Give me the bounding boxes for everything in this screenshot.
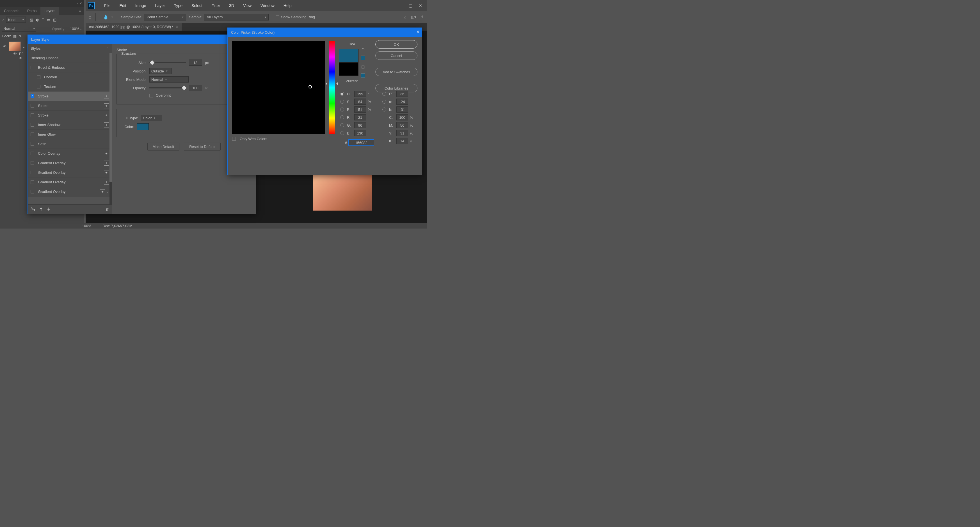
dialog-title-bar[interactable]: Layer Style <box>28 35 256 44</box>
opacity-slider[interactable] <box>150 87 186 88</box>
share-icon[interactable]: ⇪ <box>421 15 424 19</box>
slider-thumb[interactable] <box>150 61 155 65</box>
blend-mode-select[interactable]: Normal▾ <box>150 76 189 83</box>
close-tab-icon[interactable]: ✕ <box>176 25 178 29</box>
tab-layers[interactable]: Layers <box>40 7 59 15</box>
style-gradient-overlay[interactable]: Gradient Overlay+ <box>28 168 112 177</box>
style-gradient-overlay[interactable]: Gradient Overlay+⌄ <box>28 187 112 197</box>
b2-radio[interactable] <box>382 108 386 111</box>
menu-file[interactable]: File <box>100 2 115 9</box>
color-swatch[interactable] <box>137 123 149 130</box>
style-gradient-overlay[interactable]: Gradient Overlay+ <box>28 158 112 168</box>
s-input[interactable]: 84 <box>354 99 366 105</box>
close-button[interactable]: ✕ <box>417 2 425 9</box>
slider-thumb[interactable] <box>182 86 187 91</box>
document-tab[interactable]: cat-2068462_1920.jpg @ 100% (Layer 0, RG… <box>86 23 181 30</box>
checkbox-icon[interactable] <box>30 132 34 136</box>
style-inner-shadow[interactable]: Inner Shadow+ <box>28 120 112 130</box>
reset-default-button[interactable]: Reset to Default <box>184 143 221 151</box>
filter-adjustment-icon[interactable]: ◐ <box>36 18 39 22</box>
websafe-swatch[interactable] <box>361 73 365 78</box>
zoom-level[interactable]: 100% <box>82 224 91 228</box>
b-input[interactable]: 130 <box>354 130 366 136</box>
position-select[interactable]: Outside▾ <box>150 68 172 74</box>
dialog-title-bar[interactable]: Color Picker (Stroke Color) ✕ <box>228 28 422 37</box>
menu-filter[interactable]: Filter <box>207 2 224 9</box>
eyedropper-icon[interactable]: 💧 <box>103 14 109 20</box>
filter-type-icon[interactable]: T <box>42 18 44 22</box>
layer-blend-select[interactable]: Normal▾ <box>2 25 36 32</box>
style-bevel-emboss[interactable]: Bevel & Emboss <box>28 63 112 72</box>
style-stroke[interactable]: Stroke+ <box>28 101 112 111</box>
checkbox-icon[interactable] <box>30 190 34 193</box>
size-input[interactable]: 13 <box>189 59 202 66</box>
current-color-swatch[interactable] <box>339 62 358 76</box>
style-blending-options[interactable]: Blending Options <box>28 53 112 63</box>
checkbox-icon[interactable] <box>30 113 34 117</box>
h-radio[interactable] <box>340 92 344 96</box>
cancel-button[interactable]: Cancel <box>375 51 417 60</box>
chevron-down-icon[interactable]: ▾ <box>111 16 113 19</box>
r-radio[interactable] <box>340 115 344 119</box>
styles-header[interactable]: Styles⌃ <box>28 44 112 53</box>
color-field-cursor[interactable] <box>309 85 312 88</box>
gamut-swatch[interactable] <box>361 56 365 60</box>
m-input[interactable]: 56 <box>396 122 408 128</box>
tab-paths[interactable]: Paths <box>23 7 40 15</box>
style-stroke[interactable]: Stroke+ <box>28 92 112 101</box>
chevron-down-icon[interactable]: ⌄ <box>107 190 109 193</box>
layer-kind-select[interactable]: Kind▾ <box>6 17 26 23</box>
scrollbar-thumb[interactable] <box>110 53 112 182</box>
close-panel-icon[interactable]: ✕ <box>80 2 82 5</box>
opacity-input[interactable]: 100 <box>189 85 202 91</box>
add-effect-icon[interactable]: + <box>104 170 109 175</box>
doc-size[interactable]: Doc: 7,03M/7,03M <box>102 224 132 228</box>
add-effect-icon[interactable]: + <box>104 180 109 185</box>
checkbox-icon[interactable] <box>30 161 34 165</box>
move-up-icon[interactable]: 🠅 <box>39 207 43 212</box>
checkbox-icon[interactable] <box>30 180 34 184</box>
size-slider[interactable] <box>150 62 186 63</box>
style-texture[interactable]: Texture <box>28 82 112 92</box>
checkbox-icon[interactable] <box>30 151 34 155</box>
menu-3d[interactable]: 3D <box>225 2 238 9</box>
a-input[interactable]: -24 <box>396 99 408 105</box>
menu-edit[interactable]: Edit <box>116 2 130 9</box>
checkbox-icon[interactable] <box>30 94 34 98</box>
c-input[interactable]: 100 <box>396 114 408 121</box>
y-input[interactable]: 31 <box>396 130 408 136</box>
chevron-right-icon[interactable]: › <box>143 224 144 228</box>
hue-cursor-left[interactable] <box>326 82 329 85</box>
sample-size-select[interactable]: Point Sample▾ <box>144 14 186 21</box>
filter-shape-icon[interactable]: ▭ <box>47 18 50 22</box>
checkbox-icon[interactable] <box>30 66 34 69</box>
b-radio[interactable] <box>340 131 344 135</box>
collapse-panel-icon[interactable]: « <box>76 2 78 5</box>
add-effect-icon[interactable]: + <box>104 113 109 118</box>
sample-select[interactable]: All Layers▾ <box>204 14 269 21</box>
lock-transparency-icon[interactable]: ▦ <box>13 34 17 38</box>
fx-icon[interactable]: fx▾ <box>30 207 35 212</box>
hue-cursor-right[interactable] <box>335 82 338 85</box>
bv-radio[interactable] <box>340 108 344 111</box>
checkbox-icon[interactable] <box>30 104 34 108</box>
checkbox-icon[interactable] <box>30 123 34 127</box>
add-effect-icon[interactable]: + <box>104 161 109 166</box>
add-effect-icon[interactable]: + <box>104 151 109 156</box>
visibility-icon[interactable]: 👁 <box>18 56 23 60</box>
r-input[interactable]: 21 <box>354 114 366 121</box>
checkbox-icon[interactable] <box>30 171 34 174</box>
new-color-swatch[interactable] <box>339 49 358 62</box>
panel-menu-icon[interactable]: ≡ <box>76 7 84 15</box>
fill-type-select[interactable]: Color▾ <box>141 115 162 121</box>
move-down-icon[interactable]: 🠇 <box>47 207 51 212</box>
l-radio[interactable] <box>382 92 386 96</box>
style-color-overlay[interactable]: Color Overlay+ <box>28 149 112 158</box>
trash-icon[interactable]: 🗑 <box>105 207 109 212</box>
style-satin[interactable]: Satin <box>28 139 112 149</box>
b2-input[interactable]: -31 <box>396 107 408 113</box>
opacity-value[interactable]: 100% ▾ <box>68 27 82 31</box>
a-radio[interactable] <box>382 100 386 103</box>
filter-smart-icon[interactable]: ◫ <box>53 18 56 22</box>
style-inner-glow[interactable]: Inner Glow <box>28 130 112 139</box>
